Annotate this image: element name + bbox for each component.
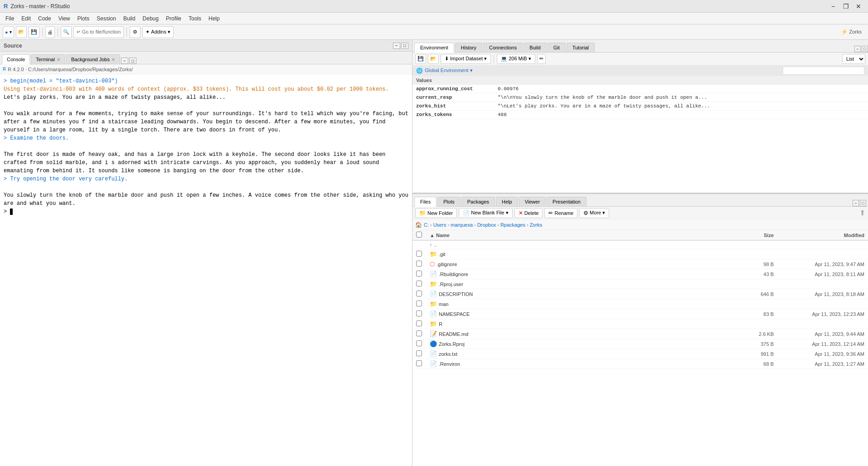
gitignore-checkbox[interactable] <box>416 261 422 267</box>
tab-history[interactable]: History <box>455 43 482 52</box>
tab-help[interactable]: Help <box>496 197 518 206</box>
addins-button[interactable]: ✦ Addins ▾ <box>142 26 174 38</box>
env-row-current-resp[interactable]: current_resp "\n\nYou slowly turn the kn… <box>412 93 868 102</box>
source-maximize-button[interactable]: □ <box>401 43 408 49</box>
file-row-rproj-user[interactable]: 📁 .Rproj.user <box>412 279 868 289</box>
menu-build[interactable]: Build <box>120 14 139 23</box>
man-checkbox[interactable] <box>416 301 422 306</box>
breadcrumb-rpackages[interactable]: Rpackages <box>500 222 525 228</box>
delete-button[interactable]: ✕ Delete <box>514 208 543 218</box>
breadcrumb-zorks[interactable]: Zorks <box>530 222 543 228</box>
rename-button[interactable]: ✏ Rename <box>544 208 577 218</box>
menu-help[interactable]: Help <box>205 14 223 23</box>
tab-bg-jobs-close[interactable]: ✕ <box>112 57 115 62</box>
file-row-r-folder[interactable]: 📁 R <box>412 319 868 329</box>
save-env-button[interactable]: 💾 <box>415 54 426 64</box>
code-tools-button[interactable]: ⚙ <box>130 26 141 38</box>
file-row-git-folder[interactable]: 📁 .git <box>412 249 868 259</box>
renviron-checkbox[interactable] <box>416 360 422 366</box>
tab-build[interactable]: Build <box>524 43 546 52</box>
zorks-txt-checkbox[interactable] <box>416 350 422 356</box>
rproj-user-checkbox[interactable] <box>416 281 422 286</box>
menu-tools[interactable]: Tools <box>185 14 205 23</box>
namespace-checkbox[interactable] <box>416 311 422 316</box>
files-maximize-button[interactable]: □ <box>860 200 866 206</box>
env-row-approx[interactable]: approx_running_cost 0.00976 <box>412 85 868 93</box>
tab-viewer[interactable]: Viewer <box>519 197 546 206</box>
file-row-readme[interactable]: 📝 README.md 2.6 KB Apr 11, 2023, 9:44 AM <box>412 329 868 339</box>
tab-background-jobs[interactable]: Background Jobs ✕ <box>66 54 120 64</box>
breadcrumb-dropbox[interactable]: Dropbox <box>477 222 496 228</box>
name-column-header[interactable]: ▲ Name <box>430 233 737 238</box>
menu-plots[interactable]: Plots <box>74 14 93 23</box>
print-button[interactable]: 🖨 <box>45 26 55 38</box>
r-folder-checkbox[interactable] <box>416 320 422 326</box>
tab-tutorial[interactable]: Tutorial <box>567 43 595 52</box>
menu-file[interactable]: File <box>2 14 18 23</box>
go-to-function-button[interactable]: ↵ Go to file/function <box>73 26 124 38</box>
readme-checkbox[interactable] <box>416 330 422 336</box>
new-blank-file-button[interactable]: 📄 New Blank File ▾ <box>459 208 512 218</box>
menu-code[interactable]: Code <box>34 14 55 23</box>
upload-button[interactable]: ⬆ <box>859 209 865 217</box>
breadcrumb-marquexa[interactable]: marquexa <box>451 222 473 228</box>
edit-env-button[interactable]: ✏ <box>537 54 546 64</box>
menu-debug[interactable]: Debug <box>139 14 162 23</box>
open-file-button[interactable]: 📂 <box>16 26 27 38</box>
tab-files[interactable]: Files <box>414 197 436 207</box>
global-env-label[interactable]: Global Environment ▾ <box>425 68 473 73</box>
check-all-checkbox[interactable] <box>416 232 422 238</box>
save-button[interactable]: 💾 <box>29 26 39 38</box>
env-row-zorks-tokens[interactable]: zorks_tokens 488 <box>412 111 868 119</box>
size-column-header[interactable]: Size <box>737 233 774 238</box>
breadcrumb-users[interactable]: Users <box>433 222 446 228</box>
file-row-description[interactable]: 📄 DESCRIPTION 646 B Apr 11, 2023, 8:18 A… <box>412 289 868 299</box>
tab-connections[interactable]: Connections <box>483 43 523 52</box>
console-minimize-button[interactable]: − <box>121 58 128 64</box>
zorks-rproj-checkbox[interactable] <box>416 340 422 346</box>
mem-button[interactable]: 💻 206 MiB ▾ <box>497 54 535 64</box>
source-minimize-button[interactable]: − <box>393 43 400 49</box>
new-file-button[interactable]: ● ▾ <box>3 26 14 38</box>
file-row-rbuildignore[interactable]: 📄 .Rbuildignore 43 B Apr 11, 2023, 8:11 … <box>412 269 868 279</box>
rbuildignore-checkbox[interactable] <box>416 271 422 277</box>
env-maximize-button[interactable]: □ <box>862 46 868 52</box>
more-button[interactable]: ⚙ More ▾ <box>579 208 609 218</box>
tab-packages[interactable]: Packages <box>461 197 495 206</box>
menu-profile[interactable]: Profile <box>162 14 185 23</box>
tab-console[interactable]: Console <box>2 54 30 64</box>
tab-plots[interactable]: Plots <box>437 197 460 206</box>
file-row-namespace[interactable]: 📄 NAMESPACE 83 B Apr 11, 2023, 12:23 AM <box>412 309 868 319</box>
breadcrumb-c[interactable]: C: <box>424 222 429 228</box>
console-output[interactable]: > begin(model = "text-davinci-003") Usin… <box>0 74 412 466</box>
file-row-man[interactable]: 📁 man <box>412 299 868 309</box>
file-row-up[interactable]: ↑ .. <box>412 241 868 249</box>
file-row-zorks-rproj[interactable]: 🔵 Zorks.Rproj 375 B Apr 11, 2023, 12:14 … <box>412 339 868 349</box>
close-button[interactable]: ✕ <box>853 2 864 11</box>
tab-git[interactable]: Git <box>548 43 566 52</box>
menu-session[interactable]: Session <box>93 14 120 23</box>
minimize-button[interactable]: − <box>827 2 839 11</box>
find-button[interactable]: 🔍 <box>61 26 72 38</box>
new-folder-button[interactable]: 📁 New Folder <box>415 208 457 218</box>
file-row-gitignore[interactable]: ⬡ .gitignore 98 B Apr 11, 2023, 9:47 AM <box>412 259 868 269</box>
tab-presentation[interactable]: Presentation <box>547 197 587 206</box>
modified-column-header[interactable]: Modified <box>774 233 864 238</box>
load-env-button[interactable]: 📂 <box>428 54 439 64</box>
import-dataset-button[interactable]: ⬇ Import Dataset ▾ <box>441 54 491 64</box>
menu-view[interactable]: View <box>55 14 74 23</box>
console-maximize-button[interactable]: □ <box>129 58 136 64</box>
menu-edit[interactable]: Edit <box>18 14 34 23</box>
tab-environment[interactable]: Environment <box>414 43 454 53</box>
tab-terminal[interactable]: Terminal ✕ <box>31 54 65 64</box>
restore-button[interactable]: ❐ <box>840 2 852 11</box>
env-search-input[interactable] <box>783 67 864 75</box>
files-minimize-button[interactable]: − <box>853 200 859 206</box>
env-minimize-button[interactable]: − <box>854 46 861 52</box>
env-row-zorks-hist[interactable]: zorks_hist "\nLet's play zorks. You are … <box>412 102 868 111</box>
description-checkbox[interactable] <box>416 291 422 296</box>
git-folder-checkbox[interactable] <box>416 251 422 257</box>
file-row-zorks-txt[interactable]: 📄 zorks.txt 991 B Apr 11, 2023, 9:36 AM <box>412 349 868 359</box>
file-row-renviron[interactable]: 📄 .Renviron 68 B Apr 11, 2023, 1:27 AM <box>412 359 868 369</box>
tab-terminal-close[interactable]: ✕ <box>57 57 60 62</box>
